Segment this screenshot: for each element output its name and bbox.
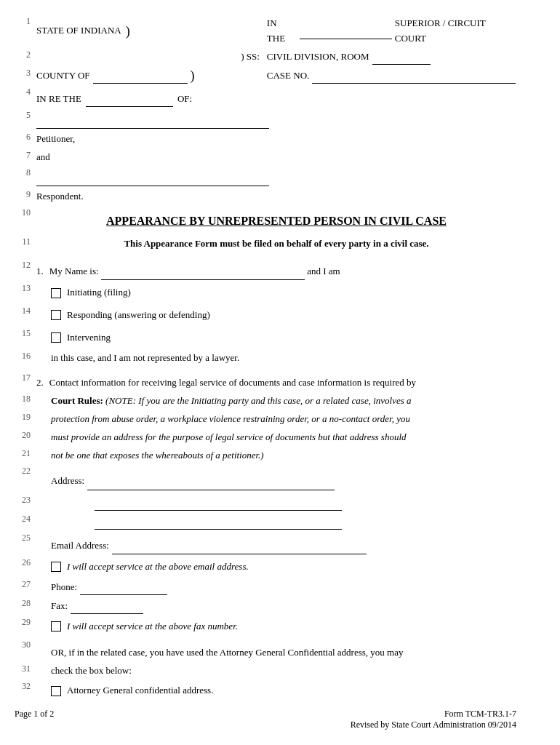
line-4-content: IN RE THE OF: [36,85,516,108]
initiating-label: Initiating (filing) [67,285,131,300]
line-number-23: 23 [15,493,36,506]
line-25-content: Email Address: [36,531,516,556]
email-blank [112,538,367,554]
fax-accept-checkbox[interactable] [51,621,61,632]
superior-court-label: SUPERIOR / CIRCUIT COURT [395,16,516,47]
not-represented-label: in this case, and I am not represented b… [51,352,239,363]
line-11-content: This Appearance Form must be filed on be… [36,235,516,259]
line-3: 3 COUNTY OF ) CASE NO. [15,66,516,85]
line-8-content [36,166,516,188]
line-number-8: 8 [15,166,36,178]
email-accept-label: I will accept service at the above email… [67,559,249,575]
line-9-content: Respondent. [36,188,516,206]
of-label: OF: [177,92,192,107]
name-blank [101,264,305,280]
state-label: STATE OF INDIANA [36,23,121,39]
intervening-checkbox[interactable] [51,332,61,343]
line-number-25: 25 [15,531,36,543]
note-text-1: (NOTE: If you are the Initiating party a… [105,395,411,406]
line-number-26: 26 [15,556,36,568]
paren-right-3: ) [191,69,195,82]
line-number-11: 11 [15,235,36,247]
line-2: 2 ) SS: CIVIL DIVISION, ROOM [15,48,516,67]
line-23: 23 [15,493,516,512]
line-number-16: 16 [15,349,36,362]
line-11: 11 This Appearance Form must be filed on… [15,235,516,259]
line-31-content: check the box below: [36,662,516,680]
line-10: 10 APPEARANCE BY UNREPRESENTED PERSON IN… [15,206,516,235]
revised-text: Revised by State Court Administration 09… [351,720,516,730]
address-blank-2 [95,495,342,511]
line-23-content [36,493,516,512]
line-15: 15 Intervening [15,327,516,349]
note-text-3: must provide an address for the purpose … [51,430,516,445]
line-26: 26 I will accept service at the above em… [15,556,516,578]
intervening-label: Intervening [67,330,111,346]
form-subtitle: This Appearance Form must be filed on be… [36,236,516,252]
line-number-19: 19 [15,410,36,423]
line-number-7: 7 [15,148,36,161]
email-label: Email Address: [51,538,109,554]
initiating-checkbox[interactable] [51,288,61,298]
line-17-content: 2. Contact information for receiving leg… [36,371,516,392]
in-the-label: IN THE [267,16,297,47]
line-29-content: I will accept service at the above fax n… [36,615,516,638]
line-10-content: APPEARANCE BY UNREPRESENTED PERSON IN CI… [36,206,516,235]
line-12: 12 1. My Name is: and I am [15,258,516,282]
line-number-27: 27 [15,578,36,590]
line-17: 17 2. Contact information for receiving … [15,371,516,392]
line-number-3: 3 [15,66,36,79]
and-i-am-label: and I am [307,266,340,276]
line-22: 22 Address: [15,464,516,493]
fax-accept-option: I will accept service at the above fax n… [51,619,516,634]
respondent-label: Respondent. [36,191,84,202]
line-number-31: 31 [15,662,36,674]
responding-label: Responding (answering or defending) [67,308,210,323]
line-15-content: Intervening [36,327,516,349]
responding-option: Responding (answering or defending) [51,308,516,323]
civil-division-label: CIVIL DIVISION, ROOM [267,49,369,65]
petitioner-label: Petitioner, [36,133,75,144]
responding-checkbox[interactable] [51,310,61,320]
item-2-text: Contact information for receiving legal … [49,377,416,388]
line-30-content: OR, if in the related case, you have use… [36,638,516,662]
line-number-15: 15 [15,327,36,339]
line-28: 28 Fax: [15,597,516,615]
line-number-5: 5 [15,108,36,121]
line-number-6: 6 [15,130,36,143]
line-number-28: 28 [15,597,36,609]
respondent-name-line [36,170,269,186]
line-7: 7 and [15,148,516,167]
line-24-content [36,512,516,531]
line-14: 14 Responding (answering or defending) [15,304,516,327]
line-27-content: Phone: [36,578,516,597]
line-number-24: 24 [15,512,36,525]
ag-address-checkbox[interactable] [51,686,61,696]
or-text: OR, if in the related case, you have use… [51,647,403,658]
line-14-content: Responding (answering or defending) [36,304,516,327]
case-no-label: CASE NO. [267,68,310,84]
line-24: 24 [15,512,516,531]
initiating-option: Initiating (filing) [51,285,516,300]
line-2-content: ) SS: CIVIL DIVISION, ROOM [36,48,516,67]
line-1: 1 STATE OF INDIANA ) IN THE SUPERIOR / C… [15,15,516,48]
line-20: 20 must provide an address for the purpo… [15,429,516,447]
item-2-number: 2. [36,375,44,391]
email-accept-checkbox[interactable] [51,562,61,572]
item-1-number: 1. [36,264,44,280]
phone-blank [80,579,167,595]
fax-label: Fax: [51,599,68,614]
line-7-content: and [36,148,516,167]
line-number-13: 13 [15,282,36,294]
line-number-32: 32 [15,680,36,692]
page-footer: Page 1 of 2 Form TCM-TR3.1-7 Revised by … [15,709,516,730]
line-number-20: 20 [15,429,36,441]
line-number-14: 14 [15,304,36,316]
line-number-9: 9 [15,188,36,200]
line-number-29: 29 [15,615,36,628]
in-re-blank [86,91,173,107]
line-number-17: 17 [15,371,36,383]
my-name-is-label: My Name is: [49,266,99,276]
room-blank [372,49,431,65]
fax-blank [71,598,143,614]
